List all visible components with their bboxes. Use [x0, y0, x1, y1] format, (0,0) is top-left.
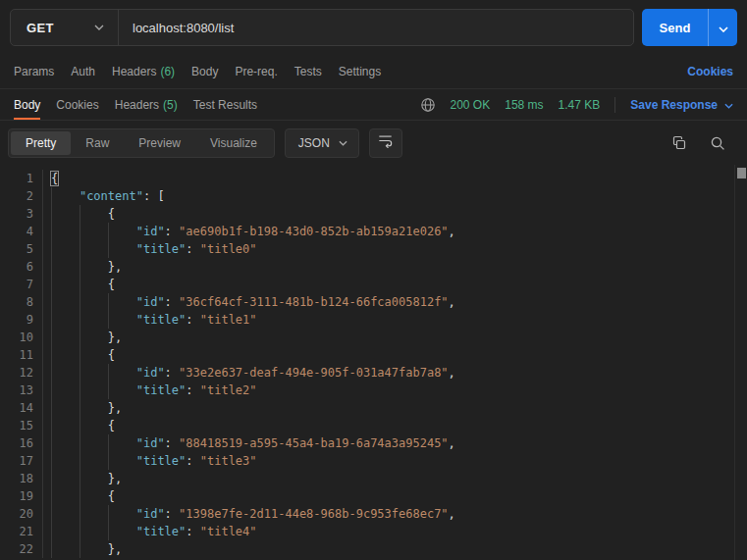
request-tab-params[interactable]: Params: [14, 55, 54, 88]
globe-icon[interactable]: [420, 97, 436, 113]
code-line: 18 },: [0, 470, 747, 487]
chevron-down-icon: [339, 140, 347, 146]
code-line: 6 },: [0, 258, 747, 276]
indent-guide: [51, 187, 52, 205]
code-line: 5 "title": "title0": [0, 240, 747, 258]
line-number: 12: [0, 364, 43, 382]
code-line-text: },: [43, 470, 747, 487]
request-tab-tests[interactable]: Tests: [294, 55, 322, 88]
send-options-button[interactable]: [708, 9, 737, 46]
code-line-text: "id": "88418519-a595-45a4-ba19-6a74a3a95…: [43, 434, 747, 452]
indent-guide: [80, 399, 80, 417]
response-tab-test-results[interactable]: Test Results: [193, 89, 257, 120]
indent-guide: [51, 293, 52, 311]
indent-guide: [80, 487, 80, 505]
code-lines: 1{2 "content": [3 {4 "id": "ae690b1f-b19…: [0, 170, 747, 558]
status-badge: 200 OK: [451, 98, 491, 112]
send-button[interactable]: Send: [642, 9, 737, 46]
indent-guide: [51, 311, 52, 329]
code-line: 4 "id": "ae690b1f-b198-43d0-852b-ab159a2…: [0, 223, 747, 240]
code-line: 12 "id": "33e2e637-deaf-494e-905f-031a47…: [0, 364, 747, 382]
line-number: 8: [0, 293, 43, 311]
tab-label: Params: [14, 65, 54, 78]
indent-guide: [108, 240, 109, 258]
code-editor[interactable]: 1{2 "content": [3 {4 "id": "ae690b1f-b19…: [0, 165, 747, 560]
request-url-bar: GET localhost:8080/list Send: [0, 0, 747, 55]
indent-guide: [51, 205, 52, 223]
chevron-down-icon: [94, 25, 104, 30]
url-input[interactable]: localhost:8080/list: [119, 10, 633, 45]
code-line-text: },: [43, 540, 747, 558]
tab-label: Test Results: [193, 98, 257, 112]
response-tab-cookies[interactable]: Cookies: [56, 89, 98, 120]
code-line: 20 "id": "1398e7fe-2d11-44e8-968b-9c953f…: [0, 505, 747, 523]
view-mode-preview[interactable]: Preview: [124, 131, 195, 155]
line-number: 17: [0, 452, 43, 470]
line-number: 5: [0, 240, 43, 258]
scrollbar[interactable]: [734, 165, 747, 560]
save-response-button[interactable]: Save Response: [630, 98, 733, 112]
api-client-window: GET localhost:8080/list Send ParamsAuthH…: [0, 0, 747, 560]
indent-guide: [80, 470, 80, 487]
response-tab-body[interactable]: Body: [14, 89, 40, 120]
indent-guide: [80, 276, 80, 293]
cookies-link[interactable]: Cookies: [687, 65, 733, 78]
view-mode-pretty[interactable]: Pretty: [11, 131, 71, 155]
line-number: 19: [0, 487, 43, 505]
indent-guide: [51, 240, 52, 258]
code-line-text: },: [43, 329, 747, 346]
url-text: localhost:8080/list: [133, 21, 234, 35]
line-number: 3: [0, 205, 43, 223]
indent-guide: [80, 240, 80, 258]
request-tab-auth[interactable]: Auth: [71, 55, 95, 88]
scrollbar-thumb[interactable]: [737, 168, 746, 178]
send-label: Send: [642, 9, 708, 46]
view-mode-switch: PrettyRawPreviewVisualize: [8, 128, 275, 158]
request-tab-pre-req-[interactable]: Pre-req.: [235, 55, 277, 88]
wrap-text-button[interactable]: [369, 128, 402, 158]
code-line: 16 "id": "88418519-a595-45a4-ba19-6a74a3…: [0, 434, 747, 452]
indent-guide: [80, 523, 80, 540]
search-button[interactable]: [710, 135, 725, 151]
line-number: 14: [0, 399, 43, 417]
response-viewer-toolbar: PrettyRawPreviewVisualize JSON: [0, 121, 747, 165]
code-line-text: "id": "ae690b1f-b198-43d0-852b-ab159a21e…: [43, 223, 747, 240]
indent-guide: [80, 505, 80, 523]
tab-count-badge: (5): [163, 98, 178, 112]
indent-guide: [80, 417, 80, 434]
line-number: 20: [0, 505, 43, 523]
request-tab-settings[interactable]: Settings: [339, 55, 381, 88]
indent-guide: [80, 434, 80, 452]
response-tabs: BodyCookiesHeaders(5)Test Results: [14, 89, 257, 120]
line-number: 21: [0, 523, 43, 540]
indent-guide: [51, 540, 52, 558]
line-number: 11: [0, 346, 43, 364]
language-dropdown[interactable]: JSON: [285, 128, 359, 158]
view-mode-visualize[interactable]: Visualize: [195, 131, 272, 155]
request-tab-body[interactable]: Body: [191, 55, 218, 88]
chevron-down-icon: [719, 19, 728, 36]
view-mode-raw[interactable]: Raw: [71, 131, 124, 155]
code-line-text: "id": "33e2e637-deaf-494e-905f-031a47fab…: [43, 364, 747, 382]
code-line-text: {: [43, 276, 747, 293]
code-line-text: "id": "36cf64cf-3111-481b-b124-66fca0058…: [43, 293, 747, 311]
line-number: 18: [0, 470, 43, 487]
code-line: 21 "title": "title4": [0, 523, 747, 540]
tab-label: Cookies: [56, 98, 98, 112]
indent-guide: [108, 434, 109, 452]
indent-guide: [51, 470, 52, 487]
toolbar-actions: [671, 135, 725, 151]
code-line: 1{: [0, 170, 747, 187]
tab-label: Headers: [115, 98, 159, 112]
code-line: 10 },: [0, 329, 747, 346]
response-tab-headers[interactable]: Headers(5): [115, 89, 178, 120]
code-line-text: },: [43, 399, 747, 417]
code-line-text: "title": "title4": [43, 523, 747, 540]
method-selector[interactable]: GET: [11, 10, 119, 45]
code-line: 13 "title": "title2": [0, 382, 747, 399]
copy-button[interactable]: [671, 135, 687, 151]
request-tab-headers[interactable]: Headers(6): [112, 55, 175, 88]
line-number: 1: [0, 170, 43, 187]
chevron-down-icon: [724, 98, 733, 112]
code-line-text: "id": "1398e7fe-2d11-44e8-968b-9c953fe68…: [43, 505, 747, 523]
